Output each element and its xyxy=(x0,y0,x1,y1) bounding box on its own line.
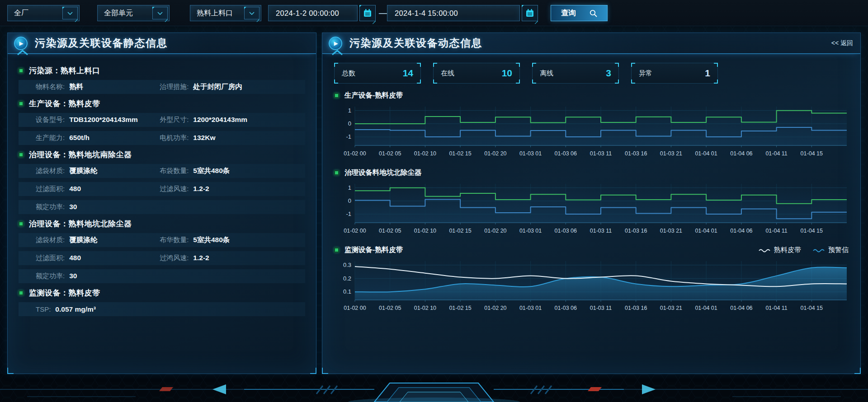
field-row: 过滤面积:480过滤风速:1.2-2 xyxy=(19,182,305,196)
field-label: 滤袋材质: xyxy=(36,167,65,175)
field-value: 480 xyxy=(69,254,81,262)
section-heading: 治理设备：熟料地坑北除尘器 xyxy=(19,219,305,229)
field-label: 布华数量: xyxy=(160,236,189,244)
chart-plot-area: 10-101-02 0001-02 0501-02 1001-02 1501-0… xyxy=(334,179,849,238)
field-cell: 布华数量:5室共480条 xyxy=(160,235,305,245)
field-cell: 过滤面积:480 xyxy=(36,254,160,262)
svg-text:01-02 00: 01-02 00 xyxy=(344,228,366,234)
svg-text:01-02 00: 01-02 00 xyxy=(344,150,366,157)
stat-corner-decor xyxy=(714,79,718,84)
field-cell: 过滤面积:480 xyxy=(36,185,160,193)
legend-item: 预警信 xyxy=(813,246,849,254)
field-label: 过滤面积: xyxy=(36,185,65,193)
stat-value: 1 xyxy=(705,68,710,79)
chevron-down-icon[interactable] xyxy=(152,7,168,19)
dynamic-info-content: 总数14在线10离线3异常1 生产设备-熟料皮带 10-101-02 0001-… xyxy=(322,63,860,315)
svg-text:01-04 11: 01-04 11 xyxy=(765,228,787,234)
unit-select-value: 全部单元 xyxy=(98,9,133,18)
section-heading-text: 治理设备：熟料地坑南除尘器 xyxy=(29,150,132,160)
field-cell: 物料名称:熟料 xyxy=(36,82,160,92)
svg-text:01-03 16: 01-03 16 xyxy=(625,228,647,234)
svg-text:01-04 01: 01-04 01 xyxy=(695,150,717,157)
svg-text:01-04 15: 01-04 15 xyxy=(801,150,823,157)
field-cell: 额定功率:30 xyxy=(36,272,305,280)
svg-text:01-04 11: 01-04 11 xyxy=(765,150,787,157)
wavy-line-icon xyxy=(759,248,770,252)
dynamic-info-panel: ▶ 污染源及关联设备动态信息 << 返回 总数14在线10离线3异常1 生产设备… xyxy=(322,33,861,374)
footer-decoration xyxy=(0,374,868,402)
field-row: 滤袋材质:覆膜涤纶布华数量:5室共480条 xyxy=(19,233,305,247)
panel-title: 污染源及关联设备静态信息 xyxy=(35,36,168,50)
field-cell: 治理措施:处于封闭厂房内 xyxy=(160,82,305,92)
stat-corner-decor xyxy=(516,63,520,67)
stat-online: 在线10 xyxy=(433,63,520,84)
svg-text:01-03 16: 01-03 16 xyxy=(625,150,647,157)
field-cell: 滤袋材质:覆膜涤纶 xyxy=(36,166,160,176)
svg-text:01-03 01: 01-03 01 xyxy=(519,305,542,311)
chart-bullet-icon xyxy=(334,93,339,98)
svg-text:01-03 06: 01-03 06 xyxy=(555,150,577,157)
chart-plot-area: 0.30.20.101-02 0001-02 0501-02 1001-02 1… xyxy=(334,257,849,315)
chart-monitoring-equipment: 监测设备-熟料皮带 熟料皮带 预警信 0.30.20.101-02 0001-0… xyxy=(334,245,849,315)
section-bullet-icon xyxy=(19,101,24,106)
chart-title: 治理设备料地坑北除尘器 xyxy=(344,168,422,178)
field-label: 过鸿风速: xyxy=(160,254,189,262)
chart-title-row: 监测设备-熟料皮带 熟料皮带 预警信 xyxy=(334,245,849,255)
header-chevron-decor xyxy=(331,49,343,56)
svg-text:01-03 01: 01-03 01 xyxy=(519,228,542,234)
play-icon: ▶ xyxy=(329,37,342,50)
chevron-down-icon[interactable] xyxy=(244,7,259,19)
stat-corner-decor xyxy=(334,79,338,84)
svg-text:01-02 20: 01-02 20 xyxy=(484,305,506,311)
svg-text:01-03 21: 01-03 21 xyxy=(660,228,682,234)
calendar-icon xyxy=(363,9,372,18)
field-label: 治理措施: xyxy=(160,83,189,91)
static-info-panel-header: ▶ 污染源及关联设备静态信息 xyxy=(8,33,316,54)
plant-select-value: 全厂 xyxy=(8,9,28,18)
svg-text:0: 0 xyxy=(348,197,351,204)
svg-text:01-03 01: 01-03 01 xyxy=(519,150,542,157)
unit-select[interactable]: 全部单元 xyxy=(97,5,170,21)
back-link[interactable]: << 返回 xyxy=(831,39,853,47)
field-label: 设备型号: xyxy=(36,116,65,124)
search-icon xyxy=(590,9,597,17)
field-value: 5室共480条 xyxy=(193,166,230,176)
query-button[interactable]: 查询 xyxy=(551,5,608,21)
start-calendar-button[interactable] xyxy=(359,5,376,21)
start-datetime-input[interactable]: 2024-1-2 00:00:00 xyxy=(268,5,358,21)
section-heading: 生产设备：熟料皮带 xyxy=(19,98,305,109)
section-bullet-icon xyxy=(19,68,24,73)
field-cell: 额定功率:30 xyxy=(36,203,305,211)
end-calendar-button[interactable] xyxy=(522,5,538,21)
field-value: 1200*204143mm xyxy=(193,116,247,124)
field-cell: 设备型号:TDB1200*204143mm xyxy=(36,116,160,124)
svg-text:01-03 06: 01-03 06 xyxy=(555,305,577,311)
svg-text:01-02 20: 01-02 20 xyxy=(484,150,506,157)
section-bullet-icon xyxy=(19,290,24,295)
svg-text:01-03 21: 01-03 21 xyxy=(660,150,682,157)
field-value: 1.2-2 xyxy=(193,254,209,262)
field-row: 生产能力:650t/h电机功率:132Kw xyxy=(19,131,305,145)
svg-text:01-02 10: 01-02 10 xyxy=(414,305,436,311)
svg-text:01-02 10: 01-02 10 xyxy=(414,228,436,234)
stat-total: 总数14 xyxy=(334,63,421,84)
plant-select[interactable]: 全厂 xyxy=(7,5,80,21)
stat-value: 14 xyxy=(403,68,413,79)
field-label: 过滤面积: xyxy=(36,254,65,262)
svg-text:01-04 15: 01-04 15 xyxy=(801,305,823,311)
corner-decor xyxy=(854,368,861,374)
svg-text:01-04 06: 01-04 06 xyxy=(730,305,752,311)
chart-bullet-icon xyxy=(334,170,339,175)
stat-value: 10 xyxy=(502,68,512,79)
chart-bullet-icon xyxy=(334,248,339,252)
section-heading: 污染源：熟料上料口 xyxy=(19,65,305,76)
end-datetime-input[interactable]: 2024-1-4 15:00:00 xyxy=(387,5,520,21)
field-row: 额定功率:30 xyxy=(19,200,305,214)
field-label: 额定功率: xyxy=(36,203,65,211)
source-select[interactable]: 熟料上料口 xyxy=(190,5,261,21)
svg-text:-1: -1 xyxy=(346,210,351,217)
section-bullet-icon xyxy=(19,152,24,157)
svg-text:01-04 11: 01-04 11 xyxy=(765,305,787,311)
chevron-down-icon[interactable] xyxy=(62,7,78,19)
chart-title: 生产设备-熟料皮带 xyxy=(344,91,403,100)
